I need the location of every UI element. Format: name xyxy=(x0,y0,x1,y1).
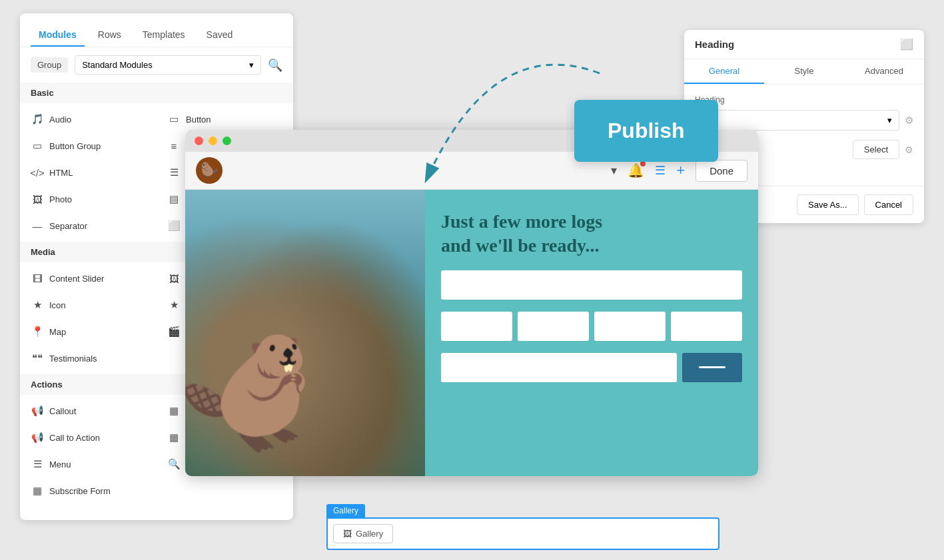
crop-icon: ⬜ xyxy=(167,219,181,232)
submit-line-icon xyxy=(699,366,725,368)
module-button[interactable]: ▭ Button xyxy=(157,106,293,133)
group-row: Group Standard Modules ▾ 🔍 xyxy=(20,47,293,83)
minimize-panel-button[interactable]: ⬜ xyxy=(900,38,913,51)
module-photo[interactable]: 🖼 Photo xyxy=(20,186,157,212)
module-tabs: Modules Rows Templates Saved xyxy=(20,13,293,47)
heading-gear-icon[interactable]: ⚙ xyxy=(905,115,913,127)
form-row-4col xyxy=(441,312,742,341)
table2-icon: ▦ xyxy=(167,431,181,444)
tab-general[interactable]: General xyxy=(684,59,764,84)
module-button-group[interactable]: ▭ Button Group xyxy=(20,133,157,159)
menu-icon: ☰ xyxy=(31,457,44,471)
media-col2-icon: 🖼 xyxy=(167,272,181,285)
module-content-slider[interactable]: 🎞 Content Slider xyxy=(20,265,157,292)
publish-button[interactable]: Publish xyxy=(574,100,718,162)
teal-content: Just a few more logs and we'll be ready.… xyxy=(425,190,758,476)
maximize-button[interactable] xyxy=(223,137,231,145)
list-icon: ≡ xyxy=(167,139,181,152)
section-basic: Basic xyxy=(20,83,293,103)
module-subscribe-label: Subscribe Form xyxy=(49,486,111,496)
tab-templates[interactable]: Templates xyxy=(135,24,193,47)
form-field-col1[interactable] xyxy=(441,312,512,341)
form-field-col4[interactable] xyxy=(671,312,742,341)
video-icon: 🎬 xyxy=(167,325,181,338)
gallery-label: Gallery xyxy=(326,504,365,517)
tab-modules[interactable]: Modules xyxy=(31,24,85,47)
module-icon[interactable]: ★ Icon xyxy=(20,292,157,318)
heading-select-dropdown[interactable]: ▾ xyxy=(695,110,899,131)
slider-icon: 🎞 xyxy=(31,272,44,285)
gallery-inner: 🖼 Gallery xyxy=(326,517,719,550)
add-icon[interactable]: + xyxy=(676,162,685,179)
notification-dot xyxy=(640,161,646,166)
headline-line1: Just a few more logs xyxy=(441,211,602,232)
module-audio-label: Audio xyxy=(49,115,71,125)
save-as-button[interactable]: Save As... xyxy=(797,194,859,215)
group-value: Standard Modules xyxy=(82,60,153,70)
module-testimonials-label: Testimonials xyxy=(49,354,97,364)
module-icon-label: Icon xyxy=(49,300,66,310)
module-audio[interactable]: 🎵 Audio xyxy=(20,106,157,133)
form-field-email[interactable] xyxy=(441,353,677,382)
done-button[interactable]: Done xyxy=(696,160,747,182)
map-icon: 📍 xyxy=(31,325,44,338)
gallery-item[interactable]: 🖼 Gallery xyxy=(333,524,393,543)
toolbar-right: ▾ 🔔 ☰ + Done xyxy=(611,160,747,182)
grid-icon: ▤ xyxy=(167,192,181,206)
module-button-label: Button xyxy=(186,115,211,125)
form-row-submit xyxy=(441,353,742,382)
tab-style[interactable]: Style xyxy=(764,59,844,84)
module-menu[interactable]: ☰ Menu xyxy=(20,451,157,477)
right-tabs: General Style Advanced xyxy=(684,59,924,85)
form-field-col2[interactable] xyxy=(518,312,589,341)
audio-icon: 🎵 xyxy=(31,113,44,126)
module-html[interactable]: </> HTML xyxy=(20,159,157,186)
search-icon[interactable]: 🔍 xyxy=(268,58,282,73)
module-content-slider-label: Content Slider xyxy=(49,274,104,284)
tab-saved[interactable]: Saved xyxy=(199,24,241,47)
field-heading-label: Heading xyxy=(695,95,913,105)
subscribe-icon: ▦ xyxy=(31,484,44,497)
search2-icon: 🔍 xyxy=(167,457,181,471)
group-label: Group xyxy=(31,57,68,73)
select-gear-icon[interactable]: ⚙ xyxy=(905,144,913,155)
module-call-to-action[interactable]: 📢 Call to Action xyxy=(20,424,157,451)
beaver-photo xyxy=(185,190,425,476)
button-group-icon: ▭ xyxy=(31,139,44,152)
tab-advanced[interactable]: Advanced xyxy=(844,59,924,84)
module-callout-label: Callout xyxy=(49,406,76,416)
module-subscribe-form[interactable]: ▦ Subscribe Form xyxy=(20,477,157,504)
tab-rows[interactable]: Rows xyxy=(90,24,129,47)
module-photo-label: Photo xyxy=(49,194,72,204)
minimize-window-button[interactable] xyxy=(209,137,217,145)
teal-headline: Just a few more logs and we'll be ready.… xyxy=(441,210,742,258)
callout-icon: 📢 xyxy=(31,404,44,418)
module-separator-label: Separator xyxy=(49,221,87,231)
module-button-group-label: Button Group xyxy=(49,141,101,151)
list-options-icon[interactable]: ☰ xyxy=(655,163,666,178)
submit-button[interactable] xyxy=(682,353,742,382)
browser-window: 🦫 ▾ 🔔 ☰ + Done Just a few more logs and … xyxy=(185,130,758,476)
list2-icon: ☰ xyxy=(167,166,181,179)
group-select[interactable]: Standard Modules ▾ xyxy=(75,55,261,75)
module-testimonials[interactable]: ❝❝ Testimonials xyxy=(20,345,157,372)
close-button[interactable] xyxy=(195,137,203,145)
form-field-name[interactable] xyxy=(441,270,742,300)
notification-bell-icon[interactable]: 🔔 xyxy=(628,162,644,178)
form-field-col3[interactable] xyxy=(594,312,666,341)
beaver-logo: 🦫 xyxy=(196,157,223,184)
module-callout[interactable]: 📢 Callout xyxy=(20,398,157,424)
browser-content: Just a few more logs and we'll be ready.… xyxy=(185,190,758,476)
cancel-button[interactable]: Cancel xyxy=(864,194,913,215)
photo-icon: 🖼 xyxy=(31,192,44,206)
right-panel-header: Heading ⬜ xyxy=(684,30,924,59)
heading-chevron-icon: ▾ xyxy=(887,115,892,125)
dropdown-arrow-icon[interactable]: ▾ xyxy=(611,163,617,178)
chevron-down-icon: ▾ xyxy=(249,60,254,70)
quote-icon: ❝❝ xyxy=(31,352,44,365)
module-separator[interactable]: — Separator xyxy=(20,212,157,239)
module-map[interactable]: 📍 Map xyxy=(20,318,157,345)
select-button[interactable]: Select xyxy=(853,140,899,159)
html-icon: </> xyxy=(31,166,44,179)
cta-icon: 📢 xyxy=(31,431,44,444)
